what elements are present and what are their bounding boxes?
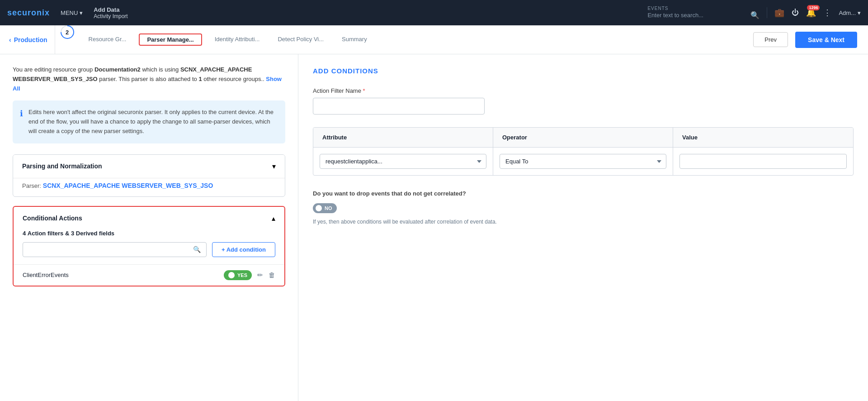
power-icon[interactable]: ⏻ bbox=[792, 9, 799, 17]
conditions-table-row: requestclientapplica... Equal To Not Equ… bbox=[313, 148, 853, 175]
parsing-section-card: Parsing and Normalization Parser: SCNX_A… bbox=[13, 154, 285, 197]
info-text-4: other resource groups.. bbox=[202, 76, 264, 82]
tab-identity-attrib[interactable]: Identity Attributi... bbox=[206, 25, 269, 54]
info-box-text: Edits here won't affect the original sec… bbox=[28, 108, 278, 136]
col-cell-value bbox=[673, 148, 853, 175]
parser-label: Parser: bbox=[22, 182, 41, 189]
user-label: Adm... bbox=[839, 10, 856, 16]
filter-name-label: Action Filter Name * bbox=[313, 87, 854, 94]
step-badge: 2 bbox=[61, 25, 74, 39]
derived-fields-count: 3 bbox=[71, 230, 74, 237]
tab-parser-manage[interactable]: Parser Manage... bbox=[139, 33, 202, 46]
info-text-2: which is using bbox=[141, 66, 180, 73]
back-arrow-icon: ‹ bbox=[9, 36, 11, 43]
search-input[interactable] bbox=[647, 12, 747, 19]
toggle-circle-no bbox=[316, 205, 322, 211]
add-condition-button[interactable]: + Add condition bbox=[212, 242, 275, 257]
edit-condition-icon[interactable]: ✏ bbox=[257, 271, 263, 279]
menu-label: MENU bbox=[61, 10, 78, 16]
operator-select[interactable]: Equal To Not Equal To Contains Not Conta… bbox=[500, 154, 666, 169]
condition-item: ClientErrorEvents YES ✏ 🗑 bbox=[14, 264, 284, 286]
left-panel: You are editing resource group Documenta… bbox=[0, 54, 298, 401]
nav-icons: 💼 ⏻ 🔔 1296 ⋮ Adm... ▾ bbox=[774, 8, 861, 18]
action-filters-count: 4 bbox=[23, 230, 26, 237]
right-panel: ADD CONDITIONS Action Filter Name * Attr… bbox=[298, 54, 868, 401]
conditional-actions-title: Conditional Actions bbox=[23, 215, 82, 222]
summary-mid: Action filters & bbox=[28, 230, 69, 237]
cond-search-icon[interactable]: 🔍 bbox=[193, 246, 201, 253]
back-label: Production bbox=[14, 36, 47, 43]
parsing-section-header[interactable]: Parsing and Normalization bbox=[13, 155, 285, 178]
bell-icon[interactable]: 🔔 1296 bbox=[806, 8, 816, 18]
filter-name-input[interactable] bbox=[313, 98, 485, 115]
toggle-no-label: NO bbox=[325, 205, 332, 211]
tab-summary-label: Summary bbox=[342, 36, 367, 43]
conditions-table-header: Attribute Operator Value bbox=[313, 128, 853, 148]
nav-add-data-sub: Activity Import bbox=[94, 13, 127, 19]
conditions-table: Attribute Operator Value requestclientap… bbox=[313, 127, 854, 176]
parsing-chevron-icon bbox=[272, 162, 276, 171]
cond-search-box: 🔍 bbox=[23, 242, 207, 257]
tab-resource-gr-label: Resource Gr... bbox=[89, 36, 127, 43]
menu-chevron-icon: ▾ bbox=[80, 10, 83, 16]
delete-condition-icon[interactable]: 🗑 bbox=[269, 271, 275, 279]
add-condition-label: + Add condition bbox=[222, 246, 266, 253]
tabs-bar: ‹ Production 2 Resource Gr... Parser Man… bbox=[0, 25, 868, 54]
tab-identity-attrib-label: Identity Attributi... bbox=[215, 36, 260, 43]
info-icon: ℹ bbox=[20, 109, 23, 136]
nav-add-data-title: Add Data bbox=[94, 6, 127, 13]
add-conditions-title: ADD CONDITIONS bbox=[313, 67, 854, 75]
briefcase-plus-icon[interactable]: 💼 bbox=[774, 8, 784, 18]
cond-summary: 4 Action filters & 3 Derived fields bbox=[14, 230, 284, 237]
user-chevron-icon: ▾ bbox=[858, 10, 861, 16]
attribute-select[interactable]: requestclientapplica... bbox=[320, 154, 486, 169]
save-next-label: Save & Next bbox=[808, 36, 844, 43]
info-text-1: You are editing resource group bbox=[13, 66, 94, 73]
search-icon[interactable]: 🔍 bbox=[750, 11, 760, 19]
cond-search-row: 🔍 + Add condition bbox=[14, 242, 284, 264]
condition-actions: YES ✏ 🗑 bbox=[224, 270, 275, 280]
condition-toggle[interactable]: YES bbox=[224, 270, 252, 280]
parser-link[interactable]: SCNX_APACHE_APACHE WEBSERVER_WEB_SYS_JSO bbox=[43, 182, 213, 189]
col-header-attribute: Attribute bbox=[313, 128, 493, 147]
conditional-actions-header[interactable]: Conditional Actions bbox=[14, 207, 284, 230]
nav-add-data: Add Data Activity Import bbox=[94, 6, 127, 19]
col-header-operator: Operator bbox=[493, 128, 673, 147]
toggle-yes-label: YES bbox=[237, 272, 247, 278]
menu-button[interactable]: MENU ▾ bbox=[57, 8, 86, 18]
prev-button[interactable]: Prev bbox=[753, 32, 788, 47]
drop-question: Do you want to drop events that do not g… bbox=[313, 190, 854, 197]
tab-detect-policy[interactable]: Detect Policy Vi... bbox=[269, 25, 333, 54]
drop-note: If yes, then above conditions will be ev… bbox=[313, 219, 854, 225]
info-text-3: parser. This parser is also attached to bbox=[98, 76, 199, 82]
tab-resource-gr[interactable]: Resource Gr... bbox=[80, 25, 136, 54]
save-next-button[interactable]: Save & Next bbox=[795, 32, 857, 48]
tab-summary[interactable]: Summary bbox=[333, 25, 376, 54]
col-header-value: Value bbox=[673, 128, 853, 147]
col-cell-operator: Equal To Not Equal To Contains Not Conta… bbox=[493, 148, 673, 175]
parsing-section-body: Parser: SCNX_APACHE_APACHE WEBSERVER_WEB… bbox=[13, 178, 285, 196]
brand-logo: securonix bbox=[7, 8, 50, 18]
condition-name: ClientErrorEvents bbox=[23, 272, 69, 278]
search-label: EVENTS bbox=[647, 6, 668, 11]
toggle-circle bbox=[228, 272, 235, 278]
main-content: You are editing resource group Documenta… bbox=[0, 54, 868, 401]
prev-label: Prev bbox=[764, 36, 777, 43]
summary-end: Derived fields bbox=[76, 230, 114, 237]
tab-detect-policy-label: Detect Policy Vi... bbox=[278, 36, 324, 43]
cond-search-input[interactable] bbox=[28, 246, 189, 253]
value-input[interactable] bbox=[679, 154, 847, 169]
conditional-chevron-icon bbox=[272, 214, 275, 223]
back-to-production[interactable]: ‹ Production bbox=[7, 25, 55, 54]
resource-group-name: Documentation2 bbox=[94, 66, 141, 73]
user-menu[interactable]: Adm... ▾ bbox=[839, 10, 861, 16]
top-navigation: securonix MENU ▾ Add Data Activity Impor… bbox=[0, 0, 868, 25]
search-area: EVENTS 🔍 bbox=[647, 6, 760, 19]
conditional-actions-card: Conditional Actions 4 Action filters & 3… bbox=[13, 206, 285, 286]
drop-events-toggle[interactable]: NO bbox=[313, 203, 337, 213]
step-number: 2 bbox=[66, 29, 69, 36]
more-icon[interactable]: ⋮ bbox=[823, 8, 831, 18]
col-cell-attribute: requestclientapplica... bbox=[313, 148, 493, 175]
attached-count: 1 bbox=[198, 76, 202, 82]
info-text: You are editing resource group Documenta… bbox=[13, 65, 285, 93]
